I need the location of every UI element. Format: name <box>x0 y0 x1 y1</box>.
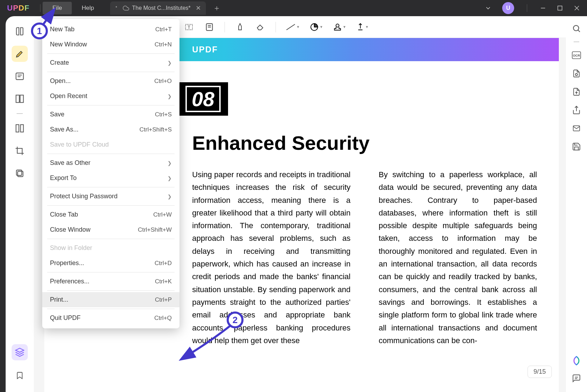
menu-item-save-as[interactable]: Save As...Ctrl+Shift+S <box>42 122 179 137</box>
eraser-icon[interactable] <box>255 22 266 32</box>
maximize-button[interactable] <box>557 5 563 11</box>
menu-item-label: Export To <box>50 174 77 182</box>
svg-line-25 <box>578 30 580 32</box>
menu-item-label: Protect Using Password <box>50 193 118 200</box>
separator <box>276 22 276 32</box>
stamp-tool[interactable]: ▼ <box>333 23 346 32</box>
menu-item-save-to-updf-cloud: Save to UPDF Cloud <box>42 137 179 152</box>
menu-separator <box>47 187 175 187</box>
svg-rect-13 <box>17 170 22 175</box>
user-avatar[interactable]: U <box>502 2 514 14</box>
menu-item-label: Close Tab <box>50 211 78 218</box>
highlight-tool-icon[interactable] <box>12 46 28 62</box>
chevron-right-icon: ❯ <box>168 175 172 181</box>
menu-item-print[interactable]: Print...Ctrl+P <box>42 292 179 307</box>
menu-item-export-to[interactable]: Export To❯ <box>42 171 179 186</box>
reader-mode-icon[interactable] <box>12 23 28 39</box>
textbox-icon[interactable]: T <box>184 22 194 32</box>
menu-item-create[interactable]: Create❯ <box>42 55 179 70</box>
menu-item-close-window[interactable]: Close WindowCtrl+Shift+W <box>42 222 179 237</box>
separator <box>527 4 527 12</box>
page-indicator[interactable]: 9/15 <box>528 366 552 378</box>
note-icon[interactable] <box>204 22 215 32</box>
menu-separator <box>47 205 175 206</box>
convert-icon[interactable] <box>571 68 582 79</box>
svg-point-23 <box>336 24 339 27</box>
svg-rect-10 <box>16 125 19 132</box>
menu-item-protect-using-password[interactable]: Protect Using Password❯ <box>42 189 179 204</box>
layers-icon[interactable] <box>12 344 28 360</box>
menu-item-label: Open... <box>50 77 71 85</box>
signature-tool[interactable]: ▼ <box>356 22 369 32</box>
cloud-icon <box>123 5 129 11</box>
document-tab[interactable]: The Most C...Institutes* ✕ <box>110 1 206 15</box>
divider <box>17 113 23 114</box>
add-tab-button[interactable]: ＋ <box>213 3 221 13</box>
callout-2: 2 <box>227 311 244 328</box>
menu-shortcut: Ctrl+K <box>155 278 172 285</box>
menu-separator <box>47 72 175 72</box>
tab-title: The Most C...Institutes* <box>132 5 190 11</box>
menu-item-save[interactable]: SaveCtrl+S <box>42 107 179 122</box>
left-sidebar <box>6 16 34 392</box>
comments-panel-icon[interactable] <box>571 373 582 384</box>
file-menu-button[interactable]: File <box>43 2 72 14</box>
menu-item-new-tab[interactable]: New TabCtrl+T <box>42 22 179 37</box>
menu-item-label: Quit UPDF <box>50 314 81 322</box>
menu-item-label: Save As... <box>50 126 78 133</box>
menu-item-close-tab[interactable]: Close TabCtrl+W <box>42 207 179 222</box>
compare-icon[interactable] <box>12 120 28 136</box>
chevron-right-icon: ❯ <box>168 94 172 99</box>
menu-item-open-recent[interactable]: Open Recent❯ <box>42 89 179 104</box>
chevron-right-icon: ❯ <box>168 160 172 166</box>
close-tab-icon[interactable]: ✕ <box>196 4 201 12</box>
menu-separator <box>47 290 175 291</box>
ocr-icon[interactable]: OCR <box>571 50 582 60</box>
menu-item-open[interactable]: Open...Ctrl+O <box>42 73 179 89</box>
svg-rect-2 <box>558 6 562 10</box>
menu-item-label: Open Recent <box>50 92 87 100</box>
bookmark-icon[interactable] <box>12 367 28 384</box>
section-number: 08 <box>178 82 228 116</box>
batch-icon[interactable] <box>12 165 28 181</box>
menu-separator <box>47 272 175 272</box>
menu-item-quit-updf[interactable]: Quit UPDFCtrl+Q <box>42 310 179 326</box>
help-menu-button[interactable]: Help <box>72 2 104 14</box>
menu-shortcut: Ctrl+N <box>154 41 172 48</box>
ai-assistant-icon[interactable] <box>571 355 582 366</box>
pin-icon <box>115 6 120 11</box>
shape-tool[interactable]: ▼ <box>310 23 323 32</box>
menu-shortcut: Ctrl+Shift+W <box>138 226 172 233</box>
menu-shortcut: Ctrl+P <box>155 296 172 303</box>
menu-item-new-window[interactable]: New WindowCtrl+N <box>42 37 179 52</box>
menu-shortcut: Ctrl+O <box>154 78 172 85</box>
menu-item-label: Close Window <box>50 226 90 233</box>
page-organize-icon[interactable] <box>12 91 28 107</box>
menu-item-preferences[interactable]: Preferences...Ctrl+K <box>42 274 179 289</box>
svg-rect-5 <box>16 73 24 80</box>
callout-1: 1 <box>31 23 48 39</box>
edit-text-icon[interactable] <box>12 68 28 84</box>
pencil-icon[interactable] <box>235 22 245 32</box>
menu-item-label: New Window <box>50 41 87 48</box>
search-icon[interactable] <box>571 23 582 34</box>
menu-item-save-as-other[interactable]: Save as Other❯ <box>42 155 179 171</box>
menu-item-show-in-folder: Show in Folder <box>42 240 179 256</box>
chevron-down-icon[interactable] <box>485 5 492 12</box>
svg-point-24 <box>573 25 579 31</box>
export-icon[interactable] <box>571 86 582 97</box>
menu-separator <box>47 309 175 309</box>
save-cloud-icon[interactable] <box>571 141 582 152</box>
crop-icon[interactable] <box>12 143 28 159</box>
menu-item-label: Save <box>50 111 64 118</box>
svg-point-28 <box>575 73 577 76</box>
minimize-button[interactable] <box>540 5 546 11</box>
close-window-button[interactable] <box>574 5 580 11</box>
menu-item-label: Save as Other <box>50 159 90 167</box>
menu-shortcut: Ctrl+T <box>155 26 172 33</box>
column-right: By switching to a paperless workplace, a… <box>379 168 537 347</box>
line-tool[interactable]: ▼ <box>286 24 300 31</box>
share-icon[interactable] <box>571 105 582 115</box>
email-icon[interactable] <box>571 123 582 134</box>
menu-item-properties[interactable]: Properties...Ctrl+D <box>42 256 179 271</box>
